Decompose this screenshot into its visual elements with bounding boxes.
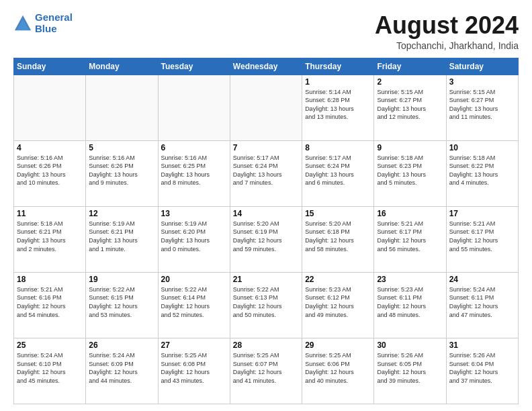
day-number: 3 xyxy=(449,77,515,87)
day-info: Sunrise: 5:15 AM Sunset: 6:27 PM Dayligh… xyxy=(377,88,443,122)
calendar-cell: 31Sunrise: 5:26 AM Sunset: 6:04 PM Dayli… xyxy=(446,338,518,404)
calendar-cell xyxy=(230,75,302,140)
calendar-cell: 8Sunrise: 5:17 AM Sunset: 6:24 PM Daylig… xyxy=(302,140,374,206)
calendar-cell: 19Sunrise: 5:22 AM Sunset: 6:15 PM Dayli… xyxy=(86,272,158,338)
calendar-cell: 21Sunrise: 5:22 AM Sunset: 6:13 PM Dayli… xyxy=(230,272,302,338)
col-tuesday: Tuesday xyxy=(158,58,230,75)
col-monday: Monday xyxy=(86,58,158,75)
day-number: 28 xyxy=(233,340,299,350)
calendar-cell: 24Sunrise: 5:24 AM Sunset: 6:11 PM Dayli… xyxy=(446,272,518,338)
calendar-cell: 9Sunrise: 5:18 AM Sunset: 6:23 PM Daylig… xyxy=(374,140,446,206)
day-number: 10 xyxy=(449,143,515,152)
day-number: 24 xyxy=(449,275,515,284)
subtitle: Topchanchi, Jharkhand, India xyxy=(375,40,519,51)
logo-line2: Blue xyxy=(35,23,57,34)
day-info: Sunrise: 5:18 AM Sunset: 6:23 PM Dayligh… xyxy=(377,154,443,187)
day-info: Sunrise: 5:21 AM Sunset: 6:17 PM Dayligh… xyxy=(449,220,515,253)
day-number: 16 xyxy=(377,209,443,218)
day-info: Sunrise: 5:16 AM Sunset: 6:25 PM Dayligh… xyxy=(161,154,227,187)
day-info: Sunrise: 5:23 AM Sunset: 6:11 PM Dayligh… xyxy=(377,285,443,319)
calendar-cell: 29Sunrise: 5:25 AM Sunset: 6:06 PM Dayli… xyxy=(302,338,374,404)
day-info: Sunrise: 5:26 AM Sunset: 6:05 PM Dayligh… xyxy=(377,351,443,385)
main-title: August 2024 xyxy=(375,12,519,39)
calendar-cell xyxy=(158,75,230,140)
calendar-cell: 23Sunrise: 5:23 AM Sunset: 6:11 PM Dayli… xyxy=(374,272,446,338)
day-info: Sunrise: 5:19 AM Sunset: 6:21 PM Dayligh… xyxy=(89,220,154,253)
calendar-cell: 10Sunrise: 5:18 AM Sunset: 6:22 PM Dayli… xyxy=(446,140,518,206)
day-info: Sunrise: 5:26 AM Sunset: 6:04 PM Dayligh… xyxy=(449,351,515,385)
col-friday: Friday xyxy=(374,58,446,75)
calendar-cell: 7Sunrise: 5:17 AM Sunset: 6:24 PM Daylig… xyxy=(230,140,302,206)
day-number: 17 xyxy=(449,209,515,218)
day-number: 2 xyxy=(377,77,443,87)
day-number: 13 xyxy=(161,209,227,218)
page: General Blue August 2024 Topchanchi, Jha… xyxy=(0,0,532,411)
day-info: Sunrise: 5:16 AM Sunset: 6:26 PM Dayligh… xyxy=(89,154,154,187)
calendar-week-4: 25Sunrise: 5:24 AM Sunset: 6:10 PM Dayli… xyxy=(14,338,519,404)
calendar-cell: 17Sunrise: 5:21 AM Sunset: 6:17 PM Dayli… xyxy=(446,206,518,272)
calendar-cell: 12Sunrise: 5:19 AM Sunset: 6:21 PM Dayli… xyxy=(86,206,158,272)
calendar-cell: 20Sunrise: 5:22 AM Sunset: 6:14 PM Dayli… xyxy=(158,272,230,338)
day-info: Sunrise: 5:25 AM Sunset: 6:06 PM Dayligh… xyxy=(305,351,371,385)
logo-icon xyxy=(13,14,32,33)
day-number: 21 xyxy=(233,275,299,284)
day-info: Sunrise: 5:25 AM Sunset: 6:07 PM Dayligh… xyxy=(233,351,299,385)
calendar-cell: 15Sunrise: 5:20 AM Sunset: 6:18 PM Dayli… xyxy=(302,206,374,272)
calendar-week-0: 1Sunrise: 5:14 AM Sunset: 6:28 PM Daylig… xyxy=(14,75,519,140)
day-info: Sunrise: 5:24 AM Sunset: 6:09 PM Dayligh… xyxy=(89,351,154,385)
calendar-cell: 3Sunrise: 5:15 AM Sunset: 6:27 PM Daylig… xyxy=(446,75,518,140)
day-number: 23 xyxy=(377,275,443,284)
calendar-cell: 28Sunrise: 5:25 AM Sunset: 6:07 PM Dayli… xyxy=(230,338,302,404)
day-info: Sunrise: 5:22 AM Sunset: 6:15 PM Dayligh… xyxy=(89,285,154,319)
day-info: Sunrise: 5:22 AM Sunset: 6:13 PM Dayligh… xyxy=(233,285,299,319)
day-info: Sunrise: 5:24 AM Sunset: 6:11 PM Dayligh… xyxy=(449,285,515,319)
calendar-cell: 2Sunrise: 5:15 AM Sunset: 6:27 PM Daylig… xyxy=(374,75,446,140)
day-number: 12 xyxy=(89,209,154,218)
calendar-week-1: 4Sunrise: 5:16 AM Sunset: 6:26 PM Daylig… xyxy=(14,140,519,206)
day-number: 31 xyxy=(449,340,515,350)
day-number: 1 xyxy=(305,77,371,87)
calendar-table: Sunday Monday Tuesday Wednesday Thursday… xyxy=(13,58,519,404)
day-info: Sunrise: 5:15 AM Sunset: 6:27 PM Dayligh… xyxy=(449,88,515,122)
day-info: Sunrise: 5:20 AM Sunset: 6:19 PM Dayligh… xyxy=(233,220,299,253)
calendar-week-2: 11Sunrise: 5:18 AM Sunset: 6:21 PM Dayli… xyxy=(14,206,519,272)
calendar-cell: 22Sunrise: 5:23 AM Sunset: 6:12 PM Dayli… xyxy=(302,272,374,338)
calendar-cell: 4Sunrise: 5:16 AM Sunset: 6:26 PM Daylig… xyxy=(14,140,86,206)
day-number: 22 xyxy=(305,275,371,284)
calendar-cell: 27Sunrise: 5:25 AM Sunset: 6:08 PM Dayli… xyxy=(158,338,230,404)
calendar-cell: 14Sunrise: 5:20 AM Sunset: 6:19 PM Dayli… xyxy=(230,206,302,272)
day-info: Sunrise: 5:16 AM Sunset: 6:26 PM Dayligh… xyxy=(17,154,83,187)
day-number: 4 xyxy=(17,143,83,152)
day-info: Sunrise: 5:19 AM Sunset: 6:20 PM Dayligh… xyxy=(161,220,227,253)
day-number: 5 xyxy=(89,143,154,152)
calendar-cell: 30Sunrise: 5:26 AM Sunset: 6:05 PM Dayli… xyxy=(374,338,446,404)
day-info: Sunrise: 5:23 AM Sunset: 6:12 PM Dayligh… xyxy=(305,285,371,319)
col-thursday: Thursday xyxy=(302,58,374,75)
calendar-week-3: 18Sunrise: 5:21 AM Sunset: 6:16 PM Dayli… xyxy=(14,272,519,338)
calendar-cell: 16Sunrise: 5:21 AM Sunset: 6:17 PM Dayli… xyxy=(374,206,446,272)
col-sunday: Sunday xyxy=(14,58,86,75)
logo-text: General Blue xyxy=(35,12,73,34)
calendar-cell: 11Sunrise: 5:18 AM Sunset: 6:21 PM Dayli… xyxy=(14,206,86,272)
day-number: 6 xyxy=(161,143,227,152)
col-wednesday: Wednesday xyxy=(230,58,302,75)
day-number: 15 xyxy=(305,209,371,218)
day-info: Sunrise: 5:22 AM Sunset: 6:14 PM Dayligh… xyxy=(161,285,227,319)
day-info: Sunrise: 5:20 AM Sunset: 6:18 PM Dayligh… xyxy=(305,220,371,253)
day-info: Sunrise: 5:25 AM Sunset: 6:08 PM Dayligh… xyxy=(161,351,227,385)
day-number: 9 xyxy=(377,143,443,152)
calendar-cell: 13Sunrise: 5:19 AM Sunset: 6:20 PM Dayli… xyxy=(158,206,230,272)
calendar-cell xyxy=(86,75,158,140)
day-info: Sunrise: 5:17 AM Sunset: 6:24 PM Dayligh… xyxy=(233,154,299,187)
day-info: Sunrise: 5:21 AM Sunset: 6:16 PM Dayligh… xyxy=(17,285,83,319)
day-number: 14 xyxy=(233,209,299,218)
day-number: 19 xyxy=(89,275,154,284)
day-number: 25 xyxy=(17,340,83,350)
calendar-cell: 25Sunrise: 5:24 AM Sunset: 6:10 PM Dayli… xyxy=(14,338,86,404)
calendar-cell: 1Sunrise: 5:14 AM Sunset: 6:28 PM Daylig… xyxy=(302,75,374,140)
day-number: 8 xyxy=(305,143,371,152)
day-info: Sunrise: 5:18 AM Sunset: 6:22 PM Dayligh… xyxy=(449,154,515,187)
title-block: August 2024 Topchanchi, Jharkhand, India xyxy=(375,12,519,51)
calendar-cell xyxy=(14,75,86,140)
day-info: Sunrise: 5:14 AM Sunset: 6:28 PM Dayligh… xyxy=(305,88,371,122)
